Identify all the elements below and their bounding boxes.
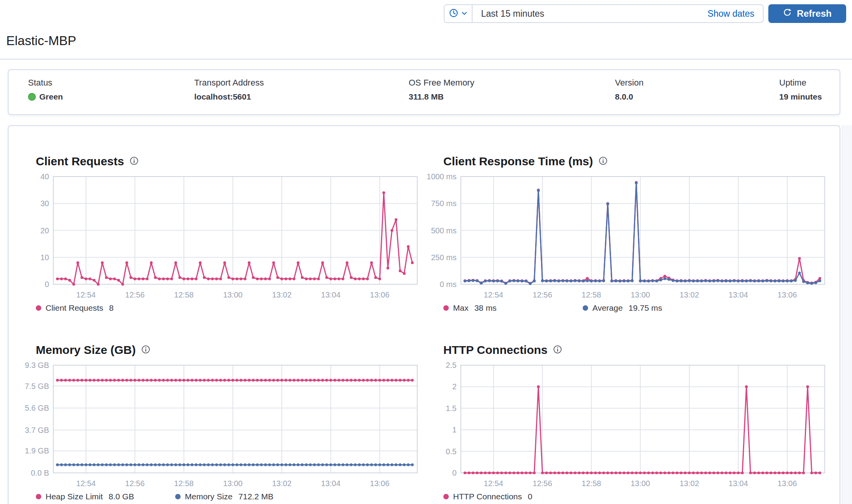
svg-text:12:56: 12:56	[125, 479, 145, 488]
info-icon[interactable]	[130, 156, 139, 167]
http-connections-plot: 2.521.510.5012:5412:5612:5813:0013:0213:…	[426, 360, 831, 489]
svg-text:13:06: 13:06	[370, 479, 390, 488]
legend-series-dot	[36, 305, 41, 311]
legend-item: Average19.75 ms	[583, 303, 722, 313]
svg-text:12:58: 12:58	[581, 290, 601, 299]
summary-version: Version 8.0.0	[615, 78, 643, 102]
svg-text:12:54: 12:54	[484, 290, 503, 299]
svg-text:13:06: 13:06	[370, 290, 390, 299]
svg-text:30: 30	[40, 199, 49, 208]
legend-series-name: Average	[592, 303, 623, 313]
chevron-down-icon	[461, 10, 468, 18]
svg-text:1000 ms: 1000 ms	[427, 172, 457, 181]
legend-series-value: 712.2 MB	[239, 492, 274, 501]
svg-text:10: 10	[40, 253, 49, 262]
svg-text:40: 40	[40, 172, 49, 181]
version-label: Version	[615, 78, 643, 88]
client-requests-legend: Client Requests8	[36, 303, 423, 313]
svg-text:12:56: 12:56	[125, 290, 145, 299]
version-value: 8.0.0	[615, 92, 643, 102]
svg-text:12:54: 12:54	[484, 479, 503, 488]
chart-client-requests: Client Requests 40302010012:5412:5612:58…	[18, 153, 423, 313]
refresh-button[interactable]: Refresh	[768, 4, 846, 23]
chart-client-response-time: Client Response Time (ms) 1000 ms750 ms5…	[426, 153, 831, 313]
time-range-value[interactable]: Last 15 minutes	[481, 9, 544, 19]
svg-text:250 ms: 250 ms	[431, 253, 457, 262]
svg-text:13:02: 13:02	[680, 479, 699, 488]
svg-text:13:02: 13:02	[680, 290, 699, 299]
charts-panel: Client Requests 40302010012:5412:5612:58…	[8, 125, 840, 504]
page-title: Elastic-MBP	[6, 33, 76, 48]
kibana-monitoring-page: Last 15 minutes Show dates Refresh Elast…	[0, 0, 852, 504]
legend-series-value: 8	[109, 303, 114, 313]
status-green-dot	[28, 93, 36, 101]
chart-memory-size: Memory Size (GB) 9.3 GB7.5 GB5.6 GB3.7 G…	[18, 342, 423, 501]
uptime-value: 19 minutes	[779, 92, 822, 102]
os-free-memory-label: OS Free Memory	[409, 78, 474, 88]
svg-text:12:58: 12:58	[581, 479, 601, 488]
svg-text:3.7 GB: 3.7 GB	[25, 426, 49, 434]
legend-series-value: 8.0 GB	[109, 492, 134, 501]
uptime-label: Uptime	[779, 78, 822, 88]
legend-series-dot	[443, 305, 449, 311]
info-icon[interactable]	[141, 345, 150, 355]
svg-text:0.5: 0.5	[446, 447, 457, 456]
svg-text:13:00: 13:00	[631, 479, 650, 488]
os-free-memory-value: 311.8 MB	[409, 92, 474, 102]
legend-series-value: 19.75 ms	[629, 303, 662, 313]
chart-title-client-response-time: Client Response Time (ms)	[443, 155, 593, 168]
legend-series-name: HTTP Connections	[453, 492, 522, 501]
status-value: Green	[39, 92, 63, 102]
legend-series-dot	[443, 494, 449, 499]
svg-text:0: 0	[452, 469, 457, 477]
svg-text:0: 0	[45, 280, 49, 289]
svg-text:20: 20	[40, 226, 49, 235]
top-bar: Last 15 minutes Show dates Refresh Elast…	[0, 0, 852, 59]
info-icon[interactable]	[553, 345, 562, 355]
svg-text:12:58: 12:58	[174, 479, 193, 488]
memory-size-legend: Heap Size Limit8.0 GBMemory Size712.2 MB	[36, 492, 423, 501]
svg-text:7.5 GB: 7.5 GB	[25, 382, 49, 390]
svg-text:9.3 GB: 9.3 GB	[25, 361, 49, 369]
svg-text:500 ms: 500 ms	[431, 226, 457, 235]
legend-item: Heap Size Limit8.0 GB	[36, 492, 175, 501]
time-picker[interactable]: Last 15 minutes Show dates	[444, 4, 764, 23]
svg-text:13:02: 13:02	[272, 479, 292, 488]
svg-text:13:06: 13:06	[778, 479, 797, 488]
legend-series-value: 38 ms	[474, 303, 497, 313]
info-icon[interactable]	[599, 156, 608, 167]
transport-address-value: localhost:5601	[194, 92, 264, 102]
transport-address-label: Transport Address	[194, 78, 264, 88]
legend-series-name: Heap Size Limit	[46, 492, 103, 501]
legend-item: Client Requests8	[36, 303, 175, 313]
svg-text:5.6 GB: 5.6 GB	[25, 404, 49, 412]
legend-series-dot	[583, 305, 588, 311]
svg-text:12:54: 12:54	[76, 479, 96, 488]
show-dates-link[interactable]: Show dates	[708, 9, 754, 19]
chart-title-memory-size: Memory Size (GB)	[36, 343, 136, 357]
svg-text:12:54: 12:54	[76, 290, 96, 299]
svg-text:2.5: 2.5	[446, 361, 457, 369]
svg-text:12:58: 12:58	[174, 290, 193, 299]
time-range-display: Last 15 minutes Show dates	[473, 5, 763, 22]
svg-text:1.9 GB: 1.9 GB	[25, 446, 49, 455]
chart-title-client-requests: Client Requests	[36, 155, 124, 168]
svg-text:13:04: 13:04	[729, 290, 748, 299]
node-summary-card: Status Green Transport Address localhost…	[8, 69, 840, 115]
summary-transport-address: Transport Address localhost:5601	[194, 78, 264, 102]
legend-item: Max38 ms	[443, 303, 583, 313]
svg-text:13:00: 13:00	[223, 479, 242, 488]
client-response-time-plot: 1000 ms750 ms500 ms250 ms0 ms12:5412:561…	[426, 171, 831, 300]
legend-series-dot	[36, 494, 41, 499]
time-quick-select-button[interactable]	[444, 5, 473, 22]
summary-uptime: Uptime 19 minutes	[779, 78, 822, 102]
scrollbar[interactable]	[842, 125, 852, 504]
legend-item: HTTP Connections0	[443, 492, 583, 501]
memory-size-plot: 9.3 GB7.5 GB5.6 GB3.7 GB1.9 GB0.0 B12:54…	[18, 360, 423, 489]
svg-text:750 ms: 750 ms	[431, 199, 457, 208]
chart-title-http-connections: HTTP Connections	[443, 343, 548, 357]
svg-text:13:00: 13:00	[631, 290, 650, 299]
svg-text:13:00: 13:00	[223, 290, 242, 299]
svg-text:13:04: 13:04	[321, 479, 341, 488]
refresh-label: Refresh	[797, 8, 831, 19]
